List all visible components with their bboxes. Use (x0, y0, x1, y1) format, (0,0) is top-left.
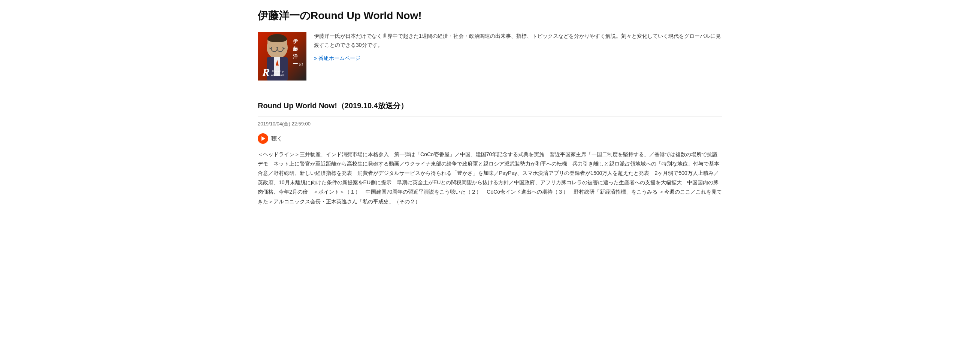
svg-text:R: R (262, 66, 270, 78)
svg-text:伊: 伊 (293, 38, 298, 44)
program-thumbnail: ラジオNIKKEI (258, 32, 306, 81)
play-icon[interactable] (258, 133, 268, 144)
page-title: 伊藤洋一のRound Up World Now! (258, 8, 722, 24)
program-description: 伊藤洋一氏が日本だけでなく世界中で起きた1週間の経済・社会・政治関連の出来事、指… (314, 32, 722, 62)
svg-text:洋: 洋 (293, 54, 298, 59)
svg-point-12 (267, 36, 287, 42)
listen-label[interactable]: 聴く (271, 134, 282, 143)
svg-text:の: の (299, 62, 303, 66)
episode-section: Round Up World Now!（2019.10.4放送分） 2019/1… (258, 92, 722, 206)
svg-text:一: 一 (293, 61, 298, 67)
episode-title: Round Up World Now!（2019.10.4放送分） (258, 100, 722, 116)
program-description-text: 伊藤洋一氏が日本だけでなく世界中で起きた1週間の経済・社会・政治関連の出来事、指… (314, 32, 722, 50)
homepage-link[interactable]: 番組ホームページ (314, 55, 360, 61)
svg-text:Round Up: Round Up (272, 70, 284, 73)
thumbnail-overlay: ラジオNIKKEI (258, 32, 306, 81)
thumbnail-svg: 伊 藤 洋 一 の R Round Up World Now! (258, 32, 306, 81)
episode-content: ＜ヘッドライン＞三井物産、インド消費市場に本格参入 第一弾は「CoCo壱番屋」／… (258, 150, 722, 206)
svg-text:World Now!: World Now! (271, 74, 284, 76)
page-container: 伊藤洋一のRound Up World Now! ラジオNIKKEI (247, 0, 733, 214)
program-info-section: ラジオNIKKEI (258, 32, 722, 81)
listen-button-container[interactable]: 聴く (258, 133, 722, 144)
episode-date: 2019/10/04(金) 22:59:00 (258, 120, 722, 128)
svg-text:藤: 藤 (293, 46, 298, 52)
